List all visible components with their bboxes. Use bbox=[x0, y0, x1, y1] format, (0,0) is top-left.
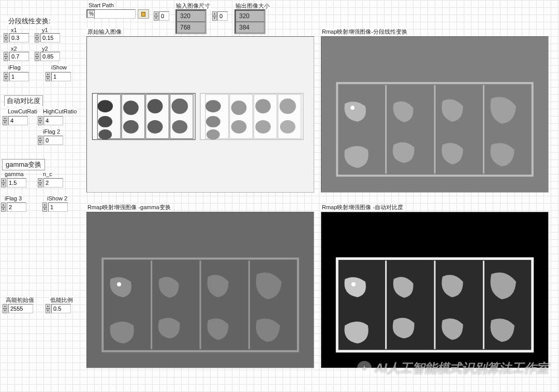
iflag-label: iFlag bbox=[8, 64, 21, 70]
highinit-label: 高能初始值 bbox=[5, 296, 35, 304]
x1-label: x1 bbox=[10, 27, 18, 33]
lowratio-input[interactable] bbox=[51, 304, 71, 313]
iflag2-label: iFlag 2 bbox=[42, 128, 61, 135]
highinit-spinner[interactable]: ▲▼ bbox=[3, 304, 8, 313]
gamma-label: gamma bbox=[4, 171, 24, 177]
nc-spinner[interactable]: ▲▼ bbox=[38, 178, 43, 187]
y2-label: y2 bbox=[41, 46, 49, 52]
iflag3-label: iFlag 3 bbox=[4, 195, 22, 201]
lowratio-label: 低能比例 bbox=[50, 296, 73, 304]
y1-spinner[interactable]: ▲▼ bbox=[35, 33, 40, 42]
wechat-icon: ✦ bbox=[357, 361, 372, 375]
highinit-input[interactable] bbox=[8, 304, 33, 313]
nc-label: n_c bbox=[42, 171, 53, 177]
svg-point-12 bbox=[171, 98, 188, 114]
svg-point-20 bbox=[206, 116, 220, 127]
inputdim-h: 768 bbox=[176, 22, 205, 33]
small-spin-1[interactable]: ▲▼ bbox=[159, 11, 169, 21]
iflag2-input[interactable] bbox=[43, 136, 63, 145]
x1-input[interactable] bbox=[9, 33, 29, 42]
folder-icon bbox=[141, 12, 145, 17]
svg-point-37 bbox=[117, 282, 121, 286]
pieceout-panel bbox=[321, 36, 549, 193]
orig-panel bbox=[86, 36, 314, 193]
svg-point-5 bbox=[97, 100, 113, 112]
gamma-title: gamma变换 bbox=[2, 159, 45, 170]
svg-point-6 bbox=[98, 116, 112, 127]
ishow2-input[interactable] bbox=[48, 202, 68, 212]
x2-spinner[interactable]: ▲▼ bbox=[4, 52, 9, 61]
x2-label: x2 bbox=[10, 46, 18, 52]
svg-point-32 bbox=[350, 106, 355, 110]
piecewise-title: 分段线性变换: bbox=[7, 17, 52, 26]
ishow2-label: iShow 2 bbox=[47, 195, 68, 201]
startpath-label: Start Path bbox=[88, 2, 114, 8]
autoout-title: Rmap映射增强图像 -自动对比度 bbox=[321, 204, 404, 211]
svg-point-13 bbox=[172, 120, 187, 134]
x2-input[interactable] bbox=[9, 52, 29, 61]
ishow-label: iShow bbox=[51, 64, 67, 70]
iflag-input[interactable] bbox=[9, 72, 29, 81]
ishow-spinner[interactable]: ▲▼ bbox=[46, 72, 51, 81]
y1-input[interactable] bbox=[40, 33, 60, 42]
autocontrast-title: 自动对比度 bbox=[4, 95, 43, 106]
svg-point-7 bbox=[98, 129, 112, 140]
svg-point-10 bbox=[148, 99, 163, 113]
autoout-panel bbox=[321, 212, 549, 368]
svg-point-22 bbox=[231, 100, 247, 115]
y2-spinner[interactable]: ▲▼ bbox=[35, 52, 40, 61]
svg-point-27 bbox=[280, 120, 296, 134]
svg-point-25 bbox=[255, 120, 271, 134]
small-spin-2[interactable]: ▲▼ bbox=[217, 11, 228, 21]
pieceout-title: Rmap映射增强图像-分段线性变换 bbox=[321, 28, 408, 36]
startpath-input[interactable] bbox=[94, 9, 136, 19]
iflag-spinner[interactable]: ▲▼ bbox=[4, 72, 9, 81]
svg-point-24 bbox=[255, 99, 271, 113]
gamma-input[interactable] bbox=[7, 178, 26, 187]
ishow2-spinner[interactable]: ▲▼ bbox=[42, 202, 48, 212]
highcut-input[interactable] bbox=[43, 116, 63, 125]
lowcut-spinner[interactable]: ▲▼ bbox=[3, 116, 8, 125]
iflag2-spinner[interactable]: ▲▼ bbox=[38, 136, 43, 145]
lowratio-spinner[interactable]: ▲▼ bbox=[46, 304, 51, 313]
svg-point-42 bbox=[351, 282, 356, 286]
gamma-spinner[interactable]: ▲▼ bbox=[1, 178, 6, 187]
outputdim-label: 输出图像大小 bbox=[235, 2, 270, 10]
svg-point-23 bbox=[231, 120, 247, 134]
iflag3-input[interactable] bbox=[7, 202, 26, 212]
svg-point-11 bbox=[148, 120, 163, 134]
nc-input[interactable] bbox=[43, 178, 63, 187]
ishow-input[interactable] bbox=[51, 72, 71, 81]
svg-point-19 bbox=[205, 100, 221, 112]
orig-title: 原始输入图像 bbox=[86, 28, 123, 36]
svg-point-9 bbox=[123, 120, 139, 134]
browse-button[interactable] bbox=[138, 9, 149, 19]
highcut-spinner[interactable]: ▲▼ bbox=[38, 116, 43, 125]
gammaout-title: Rmap映射增强图像 -gamma变换 bbox=[86, 204, 172, 211]
inputdim-w: 320 bbox=[176, 10, 205, 22]
svg-point-8 bbox=[123, 100, 139, 115]
x1-spinner[interactable]: ▲▼ bbox=[4, 33, 9, 42]
svg-point-26 bbox=[280, 98, 296, 114]
iflag3-spinner[interactable]: ▲▼ bbox=[1, 202, 6, 212]
y2-input[interactable] bbox=[40, 52, 60, 61]
lowcut-label: LowCutRati bbox=[7, 108, 38, 114]
lowcut-input[interactable] bbox=[8, 116, 28, 125]
outputdim-h: 384 bbox=[236, 22, 264, 33]
watermark: ✦ AI人工智能模式识别算法工作室 bbox=[357, 360, 549, 376]
outputdim-w: 320 bbox=[236, 10, 264, 22]
y1-label: y1 bbox=[41, 27, 49, 33]
highcut-label: HighCutRatio bbox=[42, 108, 77, 114]
inputdim-label: 输入图像尺寸 bbox=[175, 2, 211, 10]
gammaout-panel bbox=[86, 212, 314, 368]
svg-point-21 bbox=[207, 129, 220, 140]
